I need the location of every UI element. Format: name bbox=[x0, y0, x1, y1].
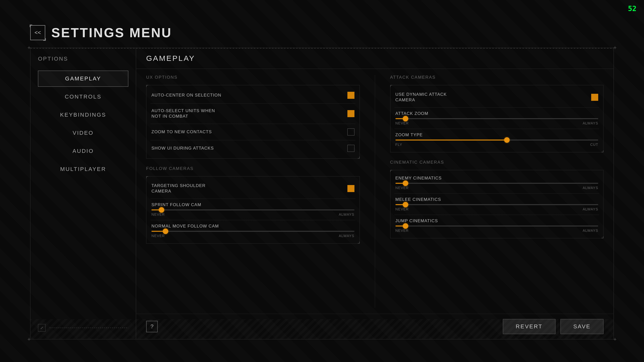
melee-cinematics-min: NEVER bbox=[395, 207, 409, 211]
jump-cinematics-min: NEVER bbox=[395, 229, 409, 233]
auto-select-label: AUTO-SELECT UNITS WHEN NOT IN COMBAT bbox=[151, 108, 222, 119]
enemy-cinematics-max: ALWAYS bbox=[583, 186, 598, 190]
content-header: GAMEPLAY bbox=[136, 48, 614, 69]
zoom-type-label: ZOOM TYPE bbox=[395, 132, 598, 138]
show-ui-checkbox[interactable] bbox=[347, 145, 354, 152]
content-title: GAMEPLAY bbox=[146, 54, 603, 63]
cinematic-cameras-label: CINEMATIC CAMERAS bbox=[390, 160, 604, 165]
sprint-cam-thumb[interactable] bbox=[159, 207, 164, 213]
follow-cameras-label: FOLLOW CAMERAS bbox=[146, 166, 360, 171]
main-panel: + + + + OPTIONS GAMEPLAY CONTROLS KEYBIN… bbox=[30, 48, 614, 339]
zoom-contacts-label: ZOOM TO NEW CONTACTS bbox=[151, 129, 212, 135]
enemy-cinematics-container: ENEMY CINEMATICS NEVER ALWAYS bbox=[394, 174, 599, 191]
setting-targeting-cam: TARGETING SHOULDER CAMERA bbox=[150, 180, 355, 197]
corner-decoration-tl: + bbox=[27, 45, 31, 51]
attack-zoom-max: ALWAYS bbox=[583, 121, 598, 125]
melee-cinematics-thumb[interactable] bbox=[403, 202, 408, 207]
setting-show-ui: SHOW UI DURING ATTACKS bbox=[150, 142, 355, 154]
melee-cinematics-track[interactable] bbox=[395, 204, 598, 205]
content-area: GAMEPLAY UX OPTIONS AUTO-CENTER ON SELEC… bbox=[136, 48, 614, 339]
content-body: UX OPTIONS AUTO-CENTER ON SELECTION AUTO bbox=[136, 69, 614, 314]
help-button[interactable]: ? bbox=[146, 321, 158, 332]
dotted-line-decoration bbox=[50, 328, 128, 328]
sprint-cam-track[interactable] bbox=[151, 209, 354, 210]
melee-cinematics-container: MELEE CINEMATICS NEVER ALWAYS bbox=[394, 196, 599, 213]
save-button[interactable]: SAVE bbox=[560, 319, 603, 334]
revert-button[interactable]: REVERT bbox=[503, 319, 555, 334]
setting-auto-select: AUTO-SELECT UNITS WHEN NOT IN COMBAT bbox=[150, 106, 355, 122]
sidebar-item-keybindings[interactable]: KEYBINDINGS bbox=[38, 107, 128, 123]
resize-icon: ⤢ bbox=[38, 324, 46, 332]
options-label: OPTIONS bbox=[38, 56, 128, 62]
corner-decoration-tr: + bbox=[613, 45, 617, 51]
header: << SETTINGS MENU bbox=[30, 25, 614, 40]
help-icon: ? bbox=[150, 323, 153, 330]
sprint-cam-label: SPRINT FOLLOW CAM bbox=[151, 202, 354, 207]
jump-cinematics-label: JUMP CINEMATICS bbox=[395, 218, 598, 223]
footer-help: ? bbox=[146, 321, 158, 332]
settings-col-left: UX OPTIONS AUTO-CENTER ON SELECTION AUTO bbox=[146, 75, 375, 308]
sidebar-item-multiplayer[interactable]: MULTIPLAYER bbox=[38, 161, 128, 177]
attack-zoom-container: ATTACK ZOOM NEVER ALWAYS bbox=[394, 110, 599, 127]
melee-cinematics-label: MELEE CINEMATICS bbox=[395, 197, 598, 202]
enemy-cinematics-track[interactable] bbox=[395, 183, 598, 184]
zoom-type-container: ZOOM TYPE FLY CUT bbox=[394, 131, 599, 148]
back-icon: << bbox=[34, 30, 41, 35]
jump-cinematics-container: JUMP CINEMATICS NEVER ALWAYS bbox=[394, 217, 599, 234]
zoom-type-track[interactable] bbox=[395, 140, 598, 141]
back-button[interactable]: << bbox=[30, 25, 45, 40]
dynamic-attack-cam-checkbox[interactable] bbox=[591, 94, 598, 101]
fps-counter: 52 bbox=[628, 5, 636, 13]
sprint-cam-max: ALWAYS bbox=[339, 212, 354, 216]
dynamic-attack-cam-label: USE DYNAMIC ATTACK CAMERA bbox=[395, 92, 466, 103]
attack-zoom-track[interactable] bbox=[395, 118, 598, 119]
zoom-type-min: FLY bbox=[395, 143, 403, 147]
follow-cameras-box: TARGETING SHOULDER CAMERA SPRINT FOLLOW … bbox=[146, 176, 360, 244]
corner-decoration-bl: + bbox=[27, 337, 31, 342]
ux-options-box: AUTO-CENTER ON SELECTION AUTO-SELECT UNI… bbox=[146, 85, 360, 159]
page-title: SETTINGS MENU bbox=[51, 25, 172, 40]
content-footer: ? REVERT SAVE bbox=[136, 314, 614, 339]
jump-cinematics-max: ALWAYS bbox=[583, 229, 598, 233]
sprint-cam-min: NEVER bbox=[151, 212, 165, 216]
targeting-cam-label: TARGETING SHOULDER CAMERA bbox=[151, 183, 222, 194]
attack-zoom-thumb[interactable] bbox=[403, 116, 408, 121]
settings-col-right: ATTACK CAMERAS USE DYNAMIC ATTACK CAMERA bbox=[375, 75, 604, 308]
normal-cam-thumb[interactable] bbox=[163, 229, 168, 234]
enemy-cinematics-label: ENEMY CINEMATICS bbox=[395, 176, 598, 181]
setting-auto-center: AUTO-CENTER ON SELECTION bbox=[150, 89, 355, 101]
jump-cinematics-track[interactable] bbox=[395, 225, 598, 227]
zoom-contacts-checkbox[interactable] bbox=[347, 128, 354, 135]
sidebar-item-controls[interactable]: CONTROLS bbox=[38, 89, 128, 105]
attack-zoom-min: NEVER bbox=[395, 121, 409, 125]
auto-select-checkbox[interactable] bbox=[347, 110, 354, 117]
cinematic-cameras-box: ENEMY CINEMATICS NEVER ALWAYS bbox=[390, 170, 604, 238]
setting-dynamic-attack-cam: USE DYNAMIC ATTACK CAMERA bbox=[394, 89, 599, 105]
auto-center-checkbox[interactable] bbox=[347, 92, 354, 99]
show-ui-label: SHOW UI DURING ATTACKS bbox=[151, 146, 214, 151]
sidebar-item-video[interactable]: VIDEO bbox=[38, 125, 128, 141]
jump-cinematics-thumb[interactable] bbox=[403, 223, 408, 229]
sidebar-bottom: ⤢ bbox=[38, 324, 128, 332]
sidebar-item-audio[interactable]: AUDIO bbox=[38, 143, 128, 159]
sprint-cam-container: SPRINT FOLLOW CAM NEVER ALWAYS bbox=[150, 201, 355, 218]
main-container: << SETTINGS MENU + + + + OPTIONS GAMEPLA… bbox=[30, 25, 614, 342]
ux-options-label: UX OPTIONS bbox=[146, 75, 360, 80]
sidebar-item-gameplay[interactable]: GAMEPLAY bbox=[38, 71, 128, 87]
sidebar: OPTIONS GAMEPLAY CONTROLS KEYBINDINGS VI… bbox=[30, 48, 136, 339]
auto-center-label: AUTO-CENTER ON SELECTION bbox=[151, 93, 221, 98]
normal-cam-label: NORMAL MOVE FOLLOW CAM bbox=[151, 224, 354, 229]
melee-cinematics-max: ALWAYS bbox=[583, 207, 598, 211]
normal-cam-container: NORMAL MOVE FOLLOW CAM NEVER ALWAYS bbox=[150, 222, 355, 239]
normal-cam-min: NEVER bbox=[151, 234, 165, 238]
zoom-type-thumb[interactable] bbox=[504, 137, 510, 143]
setting-zoom-contacts: ZOOM TO NEW CONTACTS bbox=[150, 126, 355, 138]
normal-cam-max: ALWAYS bbox=[339, 234, 354, 238]
menu-items: GAMEPLAY CONTROLS KEYBINDINGS VIDEO AUDI… bbox=[38, 71, 128, 177]
attack-cameras-label: ATTACK CAMERAS bbox=[390, 75, 604, 80]
normal-cam-track[interactable] bbox=[151, 231, 354, 232]
corner-decoration-br: + bbox=[613, 337, 617, 342]
targeting-cam-checkbox[interactable] bbox=[347, 185, 354, 192]
enemy-cinematics-thumb[interactable] bbox=[403, 180, 408, 186]
zoom-type-max: CUT bbox=[590, 143, 598, 147]
